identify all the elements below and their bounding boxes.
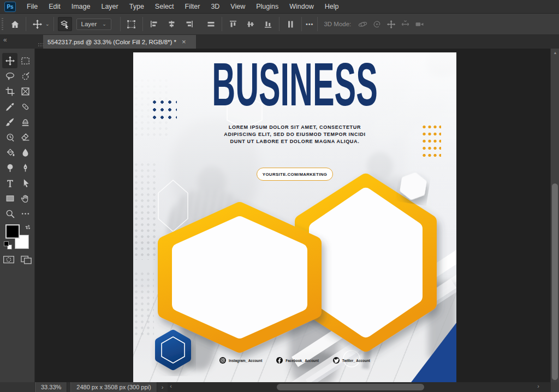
- distribute-horizontal-button[interactable]: [204, 17, 218, 31]
- tool-brush[interactable]: [2, 114, 17, 129]
- status-bar-corner: [0, 382, 35, 392]
- outline-hexagon: [158, 180, 188, 231]
- tool-spot-healing-brush[interactable]: [17, 99, 33, 114]
- menu-plugins[interactable]: Plugins: [251, 0, 284, 14]
- 3d-slide-icon[interactable]: [398, 17, 412, 31]
- menu-filter[interactable]: Filter: [180, 0, 206, 14]
- tagline-line: DUNT UT LABORE ET DOLORE MAGNA ALIQUA.: [133, 138, 456, 145]
- 3d-camera-icon[interactable]: [412, 17, 426, 31]
- tool-path-selection[interactable]: [17, 175, 33, 191]
- tool-frame[interactable]: [17, 84, 33, 99]
- social-instagram: Instagram_ Account: [219, 357, 262, 364]
- social-accounts-row: Instagram_ Account Facebook_ Account Twi…: [133, 357, 456, 364]
- tool-dodge[interactable]: [2, 160, 17, 175]
- divider: [279, 17, 280, 31]
- menu-edit[interactable]: Edit: [43, 0, 66, 14]
- auto-select-mode-dropdown[interactable]: Layer ⌄: [76, 19, 111, 30]
- default-colors-icon[interactable]: [4, 241, 13, 250]
- document-tab[interactable]: 5542317.psd @ 33.3% (Color Fill 2, RGB/8…: [43, 35, 196, 49]
- move-tool-preset-icon[interactable]: [30, 17, 44, 31]
- menu-type[interactable]: Type: [124, 0, 150, 14]
- menu-select[interactable]: Select: [150, 0, 180, 14]
- photo-hexagon-left: [165, 209, 314, 346]
- tab-close-icon[interactable]: ×: [182, 38, 186, 46]
- zoom-level-field[interactable]: 33.33%: [35, 382, 67, 392]
- menu-file[interactable]: File: [21, 0, 43, 14]
- vertical-scrollbar[interactable]: ▲: [550, 49, 559, 382]
- menu-layer[interactable]: Layer: [96, 0, 123, 14]
- 3d-roll-icon[interactable]: [370, 17, 384, 31]
- tool-preset-chevron-icon[interactable]: ⌄: [45, 21, 50, 27]
- tool-grid: [2, 53, 33, 221]
- divider: [317, 17, 318, 31]
- tool-clone-stamp[interactable]: [17, 114, 33, 129]
- menu-window[interactable]: Window: [284, 0, 319, 14]
- menu-help[interactable]: Help: [319, 0, 344, 14]
- document-info-value: 2480 px x 3508 px (300 ppi): [76, 384, 151, 390]
- social-label: Instagram_ Account: [229, 359, 262, 363]
- 3d-orbit-icon[interactable]: [355, 17, 370, 31]
- tool-zoom[interactable]: [2, 206, 17, 221]
- menu-image[interactable]: Image: [66, 0, 96, 14]
- foreground-color-swatch[interactable]: [5, 224, 20, 239]
- align-horizontal-centers-button[interactable]: [164, 17, 179, 31]
- align-vertical-centers-button[interactable]: [243, 17, 258, 31]
- show-transform-controls-toggle[interactable]: [124, 17, 139, 31]
- tool-lasso[interactable]: [2, 68, 17, 84]
- status-bar-corner: [550, 382, 559, 392]
- divider: [301, 17, 302, 31]
- align-right-edges-button[interactable]: [182, 17, 196, 31]
- home-button[interactable]: [8, 17, 22, 31]
- collapse-panels-icon[interactable]: «: [3, 36, 7, 44]
- tool-history-brush[interactable]: [2, 129, 17, 145]
- tool-pen[interactable]: [17, 160, 33, 175]
- more-alignment-options-icon[interactable]: •••: [306, 21, 314, 27]
- social-twitter: Twitter_ Account: [333, 357, 370, 364]
- tool-move[interactable]: [2, 53, 17, 68]
- social-label: Twitter_ Account: [342, 359, 370, 363]
- align-bottom-edges-button[interactable]: [261, 17, 275, 31]
- tool-crop[interactable]: [2, 84, 17, 99]
- divider: [142, 17, 143, 31]
- main-area: BUSINESS LOREM IPSUM DOLOR SIT AMET, CON…: [0, 49, 559, 382]
- menu-3d[interactable]: 3D: [205, 0, 225, 14]
- scroll-right-icon[interactable]: ›: [537, 383, 539, 389]
- scroll-up-icon[interactable]: ▲: [551, 51, 559, 55]
- options-bar-grip[interactable]: [2, 18, 3, 30]
- distribute-vertical-button[interactable]: [283, 17, 298, 31]
- scroll-left-icon[interactable]: ‹: [170, 383, 172, 389]
- tool-rectangle[interactable]: [2, 191, 17, 206]
- screen-mode-button[interactable]: [20, 255, 32, 264]
- divider: [120, 17, 121, 31]
- tool-rectangular-marquee[interactable]: [17, 53, 33, 68]
- tool-more-tools-icon[interactable]: [17, 206, 33, 221]
- divider: [26, 17, 26, 31]
- status-expander-icon[interactable]: ›: [157, 384, 168, 390]
- auto-select-toggle[interactable]: [58, 17, 72, 31]
- tool-eraser[interactable]: [17, 129, 33, 145]
- horizontal-scrollbar-thumb[interactable]: [277, 384, 424, 390]
- tagline-line: LOREM IPSUM DOLOR SIT AMET, CONSECTETUR: [133, 124, 456, 131]
- tool-blur[interactable]: [17, 145, 33, 160]
- vertical-scrollbar-thumb[interactable]: [552, 183, 558, 380]
- facebook-icon: [276, 357, 283, 364]
- divider: [53, 17, 54, 31]
- tool-hand[interactable]: [17, 191, 33, 206]
- align-left-edges-button[interactable]: [147, 17, 161, 31]
- social-label: Facebook_ Account: [286, 359, 319, 363]
- tool-paint-bucket[interactable]: [2, 145, 17, 160]
- horizontal-scrollbar[interactable]: ‹ ›: [168, 382, 550, 392]
- 3d-pan-icon[interactable]: [384, 17, 398, 31]
- instagram-icon: [219, 357, 226, 364]
- quick-mask-button[interactable]: [3, 255, 15, 264]
- document-canvas[interactable]: BUSINESS LOREM IPSUM DOLOR SIT AMET, CON…: [133, 52, 456, 382]
- align-top-edges-button[interactable]: [226, 17, 240, 31]
- photoshop-logo-icon[interactable]: Ps: [4, 2, 16, 12]
- document-info[interactable]: 2480 px x 3508 px (300 ppi): [70, 382, 157, 392]
- tool-object-selection[interactable]: [17, 68, 33, 84]
- menu-view[interactable]: View: [225, 0, 251, 14]
- status-bar: 33.33% 2480 px x 3508 px (300 ppi) › ‹ ›: [0, 382, 559, 392]
- tool-type[interactable]: [2, 175, 17, 191]
- swap-colors-icon[interactable]: [24, 223, 32, 231]
- tool-eyedropper[interactable]: [2, 99, 17, 114]
